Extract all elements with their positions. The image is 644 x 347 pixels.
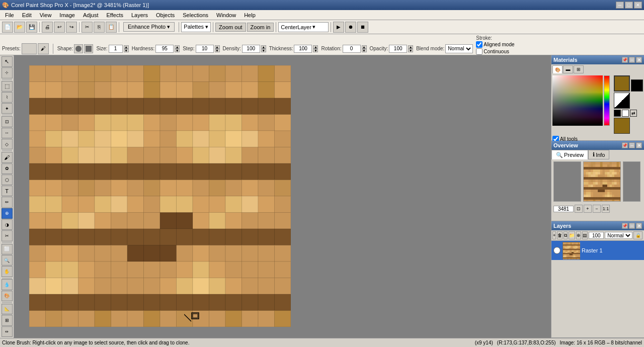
overview-close-btn[interactable]: ✕: [636, 142, 642, 148]
arrow-tool[interactable]: ↖: [2, 56, 13, 67]
overview-tab-preview[interactable]: 🔍 Preview: [551, 150, 588, 159]
zoom-value-input[interactable]: [553, 206, 574, 212]
pan-tool[interactable]: ✋: [2, 266, 13, 277]
layers-group-btn[interactable]: 📁: [569, 231, 575, 239]
opacity-input[interactable]: [389, 45, 407, 53]
menu-adjust[interactable]: Adjust: [79, 11, 103, 19]
menu-window[interactable]: Window: [212, 11, 240, 19]
eraser-tool[interactable]: ⬜: [2, 244, 13, 254]
layers-pin-btn[interactable]: 📌: [622, 223, 628, 229]
zoom-fit-btn[interactable]: ⊡: [575, 205, 583, 213]
palettes-dropdown[interactable]: Palettes ▾: [181, 22, 211, 32]
opacity-up-btn[interactable]: ▲: [408, 45, 413, 49]
thickness-input[interactable]: [294, 45, 312, 53]
layer-row-raster1[interactable]: Raster 1: [551, 241, 644, 260]
hardness-up-btn[interactable]: ▲: [175, 45, 180, 49]
close-button[interactable]: ✕: [634, 2, 642, 9]
center-layer-dropdown[interactable]: CenterLayer ▾: [278, 22, 329, 32]
thickness-down-btn[interactable]: ▼: [313, 49, 318, 52]
text-tool[interactable]: T: [2, 186, 13, 196]
opacity-down-btn[interactable]: ▼: [408, 49, 413, 52]
print-button[interactable]: 🖨: [42, 22, 53, 33]
layers-flatten-btn[interactable]: ▤: [582, 231, 588, 239]
black-swatch[interactable]: [614, 110, 621, 117]
rotation-up-btn[interactable]: ▲: [362, 45, 367, 49]
layers-opacity-input[interactable]: [589, 232, 604, 239]
color-swap-icon[interactable]: ⇄: [630, 110, 637, 117]
enhance-photo-button[interactable]: Enhance Photo ▾: [123, 22, 175, 32]
perspective-tool[interactable]: ◇: [2, 139, 13, 149]
continuous-checkbox[interactable]: [476, 48, 482, 55]
overview-min-btn[interactable]: ─: [629, 142, 635, 148]
layers-duplicate-btn[interactable]: ⧉: [564, 231, 568, 239]
stop-button[interactable]: ⏹: [357, 22, 368, 33]
color-replacer-tool[interactable]: 🎨: [2, 291, 13, 301]
menu-effects[interactable]: Effects: [103, 11, 127, 19]
step-up-btn[interactable]: ▲: [215, 45, 220, 49]
fg-swatch[interactable]: [614, 75, 630, 92]
menu-selections[interactable]: Selections: [179, 11, 212, 19]
overview-tab-info[interactable]: ℹ Info: [588, 150, 609, 159]
menu-help[interactable]: Help: [240, 11, 260, 19]
shape-square-btn[interactable]: [84, 44, 93, 53]
lock-btn[interactable]: 🔒: [633, 231, 642, 239]
paint-brush-tool[interactable]: 🖌: [2, 152, 13, 162]
clone-brush-tool[interactable]: ⊕: [2, 208, 13, 219]
new-button[interactable]: 📄: [2, 22, 13, 33]
crop-tool[interactable]: ⊡: [2, 116, 13, 127]
minimize-button[interactable]: ─: [616, 2, 624, 9]
layers-merge-btn[interactable]: ⊕: [576, 231, 581, 239]
density-input[interactable]: [242, 45, 260, 53]
copy-button[interactable]: ⎘: [94, 22, 105, 33]
size-up-btn[interactable]: ▲: [124, 45, 129, 49]
rotation-input[interactable]: [343, 45, 361, 53]
layers-min-btn[interactable]: ─: [629, 223, 635, 229]
size-input[interactable]: [109, 45, 123, 53]
layers-delete-btn[interactable]: 🗑: [557, 231, 562, 239]
menu-view[interactable]: View: [36, 11, 56, 19]
menu-layers[interactable]: Layers: [127, 11, 152, 19]
airbrush-tool[interactable]: ✿: [2, 163, 13, 174]
density-up-btn[interactable]: ▲: [261, 45, 266, 49]
image-canvas[interactable]: [29, 65, 291, 327]
undo-button[interactable]: ↩: [54, 22, 65, 33]
mat-tab-color[interactable]: 🎨: [552, 65, 562, 73]
step-down-btn[interactable]: ▼: [215, 49, 220, 52]
density-down-btn[interactable]: ▼: [261, 49, 266, 52]
hardness-input[interactable]: [155, 45, 174, 53]
dropper-tool[interactable]: 💧: [2, 279, 13, 290]
materials-pin-btn[interactable]: 📌: [622, 57, 628, 63]
cut-button[interactable]: ✂: [82, 22, 93, 33]
aligned-mode-checkbox[interactable]: [476, 41, 482, 48]
selection-tool[interactable]: ⬚: [2, 81, 13, 92]
blend-mode-select[interactable]: Normal: [445, 44, 473, 53]
scratch-remover-tool[interactable]: ✂: [2, 230, 13, 241]
overview-pin-btn[interactable]: 📌: [622, 142, 628, 148]
maximize-button[interactable]: □: [625, 2, 633, 9]
deform-tool[interactable]: ⊹: [2, 67, 13, 78]
layer-visibility-icon[interactable]: [553, 247, 560, 254]
materials-min-btn[interactable]: ─: [629, 57, 635, 63]
bg-swatch[interactable]: [631, 79, 643, 92]
materials-close-btn[interactable]: ✕: [636, 57, 642, 63]
step-input[interactable]: [196, 45, 214, 53]
hardness-down-btn[interactable]: ▼: [175, 49, 180, 52]
rotation-down-btn[interactable]: ▼: [362, 49, 367, 52]
draw-tool[interactable]: ✏: [2, 197, 13, 207]
presets-select[interactable]: [22, 43, 37, 54]
thickness-up-btn[interactable]: ▲: [313, 45, 318, 49]
flood-fill-tool[interactable]: ⬡: [2, 175, 13, 185]
color-picker[interactable]: [552, 75, 603, 126]
record-button[interactable]: ⏺: [345, 22, 356, 33]
zoom-out-btn[interactable]: −: [593, 205, 601, 213]
hue-bar[interactable]: [604, 75, 610, 126]
retouch-tool[interactable]: ◑: [2, 219, 13, 230]
mat-tab-pattern[interactable]: ⊞: [574, 65, 584, 73]
freehand-tool[interactable]: ⌇: [2, 92, 13, 103]
mat-tab-gradient[interactable]: ▬: [563, 65, 573, 73]
menu-objects[interactable]: Objects: [152, 11, 179, 19]
redo-button[interactable]: ↪: [66, 22, 77, 33]
menu-image[interactable]: Image: [55, 11, 79, 19]
grid-tool[interactable]: ⊞: [2, 315, 13, 325]
size-down-btn[interactable]: ▼: [124, 49, 129, 52]
